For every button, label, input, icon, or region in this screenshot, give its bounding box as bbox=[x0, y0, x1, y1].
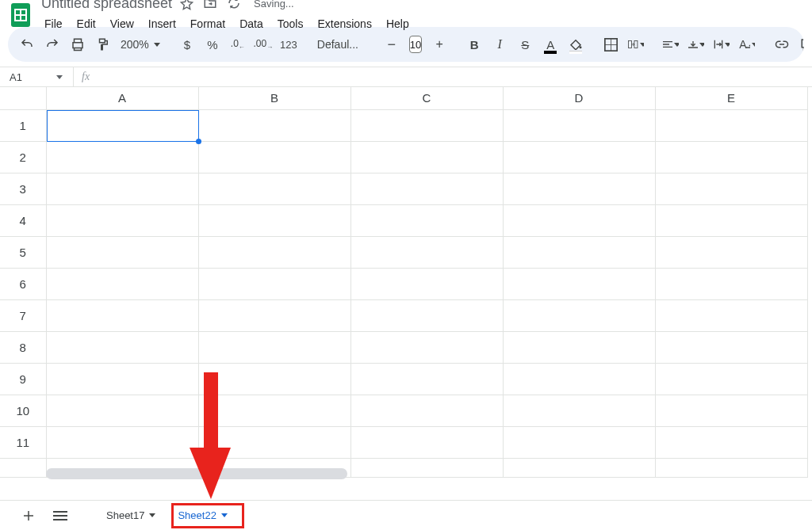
row-header-5[interactable]: 5 bbox=[0, 236, 46, 268]
text-color-button[interactable]: A bbox=[539, 32, 561, 56]
cell[interactable] bbox=[198, 426, 350, 458]
menu-format[interactable]: Format bbox=[184, 14, 232, 33]
document-title[interactable]: Untitled spreadsheet bbox=[38, 0, 175, 13]
cell[interactable] bbox=[198, 331, 350, 363]
cell[interactable] bbox=[655, 426, 807, 458]
cell[interactable] bbox=[198, 109, 350, 141]
cell[interactable] bbox=[350, 109, 503, 141]
row-header-9[interactable]: 9 bbox=[0, 363, 46, 395]
text-wrap-button[interactable] bbox=[710, 32, 733, 56]
cell[interactable] bbox=[46, 236, 198, 268]
italic-button[interactable]: I bbox=[488, 32, 511, 56]
horizontal-scrollbar[interactable] bbox=[46, 468, 347, 479]
row-header-partial[interactable] bbox=[0, 458, 46, 477]
more-formats-button[interactable]: 123 bbox=[278, 32, 300, 56]
fill-color-button[interactable] bbox=[565, 32, 587, 56]
cell[interactable] bbox=[503, 458, 655, 477]
row-header-1[interactable]: 1 bbox=[0, 109, 46, 141]
paint-format-button[interactable] bbox=[92, 32, 114, 56]
cell[interactable] bbox=[655, 268, 807, 299]
row-header-8[interactable]: 8 bbox=[0, 331, 46, 363]
menu-tools[interactable]: Tools bbox=[271, 14, 310, 33]
vertical-align-button[interactable] bbox=[685, 32, 707, 56]
insert-link-button[interactable] bbox=[771, 32, 793, 56]
cell[interactable] bbox=[46, 141, 198, 173]
percent-button[interactable]: % bbox=[201, 32, 224, 56]
column-header-D[interactable]: D bbox=[503, 87, 655, 109]
increase-decimal-button[interactable]: .00→ bbox=[252, 32, 274, 56]
cell[interactable] bbox=[503, 141, 655, 173]
cell[interactable] bbox=[350, 236, 503, 268]
cell[interactable] bbox=[198, 268, 350, 299]
cell[interactable] bbox=[655, 458, 807, 477]
cell[interactable] bbox=[46, 426, 198, 458]
cell[interactable] bbox=[655, 204, 807, 236]
all-sheets-button[interactable] bbox=[48, 504, 73, 528]
cell[interactable] bbox=[350, 268, 503, 299]
cell[interactable] bbox=[503, 363, 655, 395]
sheet-tab-sheet22[interactable]: Sheet22 bbox=[170, 504, 235, 528]
cell[interactable] bbox=[198, 299, 350, 331]
cell[interactable] bbox=[350, 204, 503, 236]
cell[interactable] bbox=[503, 268, 655, 299]
cell[interactable] bbox=[350, 173, 503, 204]
undo-button[interactable] bbox=[16, 32, 38, 56]
cell[interactable] bbox=[655, 299, 807, 331]
increase-font-button[interactable]: + bbox=[428, 32, 450, 56]
font-family-dropdown[interactable]: Defaul... bbox=[312, 38, 368, 51]
name-box[interactable]: A1 bbox=[0, 71, 46, 83]
select-all-corner[interactable] bbox=[0, 87, 46, 109]
row-header-3[interactable]: 3 bbox=[0, 173, 46, 204]
merge-cells-button[interactable] bbox=[625, 32, 647, 56]
cell[interactable] bbox=[46, 331, 198, 363]
cell[interactable] bbox=[46, 109, 198, 141]
menu-edit[interactable]: Edit bbox=[71, 14, 102, 33]
star-icon[interactable] bbox=[180, 0, 193, 10]
decrease-font-button[interactable]: − bbox=[381, 32, 403, 56]
cell[interactable] bbox=[655, 173, 807, 204]
cell[interactable] bbox=[350, 141, 503, 173]
column-header-E[interactable]: E bbox=[655, 87, 807, 109]
cell[interactable] bbox=[46, 173, 198, 204]
cell[interactable] bbox=[198, 395, 350, 426]
cell[interactable] bbox=[198, 363, 350, 395]
currency-button[interactable]: $ bbox=[176, 32, 198, 56]
cell[interactable] bbox=[655, 141, 807, 173]
cell[interactable] bbox=[46, 204, 198, 236]
cell[interactable] bbox=[350, 331, 503, 363]
move-to-folder-icon[interactable] bbox=[203, 0, 217, 10]
menu-file[interactable]: File bbox=[38, 14, 69, 33]
cell[interactable] bbox=[503, 204, 655, 236]
sheet-tab-sheet17[interactable]: Sheet17 bbox=[98, 504, 163, 528]
column-header-B[interactable]: B bbox=[198, 87, 350, 109]
cell[interactable] bbox=[503, 395, 655, 426]
cell[interactable] bbox=[350, 426, 503, 458]
cell[interactable] bbox=[46, 299, 198, 331]
cell[interactable] bbox=[350, 299, 503, 331]
row-header-2[interactable]: 2 bbox=[0, 141, 46, 173]
menu-extensions[interactable]: Extensions bbox=[311, 14, 377, 33]
cell[interactable] bbox=[350, 395, 503, 426]
text-rotation-button[interactable]: A bbox=[736, 32, 758, 56]
cell[interactable] bbox=[198, 141, 350, 173]
cell[interactable] bbox=[198, 204, 350, 236]
column-header-A[interactable]: A bbox=[46, 87, 198, 109]
bold-button[interactable]: B bbox=[463, 32, 485, 56]
cell[interactable] bbox=[46, 268, 198, 299]
cell[interactable] bbox=[503, 173, 655, 204]
menu-data[interactable]: Data bbox=[233, 14, 270, 33]
menu-insert[interactable]: Insert bbox=[142, 14, 182, 33]
decrease-decimal-button[interactable]: .0← bbox=[227, 32, 249, 56]
cell[interactable] bbox=[350, 363, 503, 395]
cell[interactable] bbox=[655, 363, 807, 395]
menu-view[interactable]: View bbox=[104, 14, 140, 33]
cell[interactable] bbox=[655, 236, 807, 268]
zoom-dropdown[interactable]: 200% bbox=[117, 38, 163, 51]
borders-button[interactable] bbox=[599, 32, 622, 56]
strikethrough-button[interactable]: S bbox=[514, 32, 536, 56]
add-sheet-button[interactable] bbox=[16, 504, 41, 528]
row-header-11[interactable]: 11 bbox=[0, 426, 46, 458]
sheet-tab-menu-icon[interactable] bbox=[221, 513, 228, 517]
insert-comment-button[interactable] bbox=[796, 32, 804, 56]
cell[interactable] bbox=[503, 299, 655, 331]
